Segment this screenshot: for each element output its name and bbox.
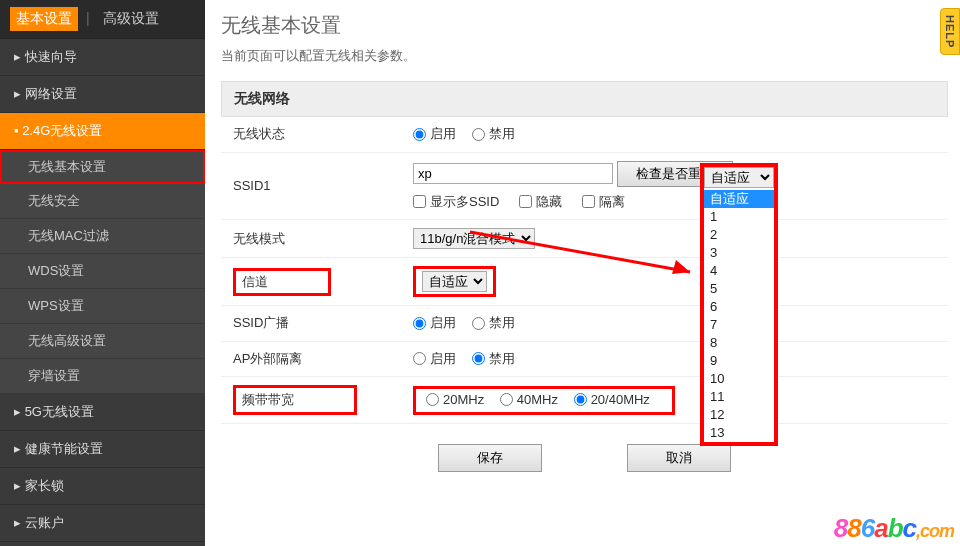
channel-option[interactable]: 11 [704, 388, 774, 406]
tab-advanced[interactable]: 高级设置 [97, 7, 165, 31]
radio-ap-disable[interactable]: 禁用 [472, 350, 515, 368]
sidebar-energy[interactable]: ▸ 健康节能设置 [0, 431, 205, 468]
channel-option[interactable]: 7 [704, 316, 774, 334]
channel-option[interactable]: 2 [704, 226, 774, 244]
sidebar-sub-wps[interactable]: WPS设置 [0, 289, 205, 324]
chk-hidden[interactable]: 隐藏 [519, 193, 562, 211]
radio-bw-20[interactable]: 20MHz [426, 392, 484, 407]
sidebar-sub-wallpenetration[interactable]: 穿墙设置 [0, 359, 205, 394]
radio-ap-enable[interactable]: 启用 [413, 350, 456, 368]
save-button[interactable]: 保存 [438, 444, 542, 472]
sidebar-status[interactable]: ▸ 运行状态 [0, 542, 205, 546]
sidebar-cloud[interactable]: ▸ 云账户 [0, 505, 205, 542]
page-title: 无线基本设置 [221, 12, 948, 39]
channel-dropdown-popup: 自适应 自适应12345678910111213 [700, 163, 778, 446]
mode-select[interactable]: 11b/g/n混合模式 [413, 228, 535, 249]
channel-option[interactable]: 5 [704, 280, 774, 298]
chk-multissid[interactable]: 显示多SSID [413, 193, 499, 211]
sidebar-sub-basic[interactable]: 无线基本设置 [0, 150, 205, 184]
channel-option[interactable]: 1 [704, 208, 774, 226]
sidebar-wireless-5g[interactable]: ▸ 5G无线设置 [0, 394, 205, 431]
settings-tabs: 基本设置 | 高级设置 [0, 0, 205, 39]
sidebar-wireless-24g[interactable]: ▪ 2.4G无线设置 [0, 113, 205, 150]
radio-broadcast-enable[interactable]: 启用 [413, 314, 456, 332]
chk-isolate[interactable]: 隔离 [582, 193, 625, 211]
channel-option[interactable]: 自适应 [704, 190, 774, 208]
sidebar: 基本设置 | 高级设置 ▸ 快速向导 ▸ 网络设置 ▪ 2.4G无线设置 无线基… [0, 0, 205, 546]
section-header: 无线网络 [221, 81, 948, 117]
radio-broadcast-disable[interactable]: 禁用 [472, 314, 515, 332]
radio-bw-2040[interactable]: 20/40MHz [574, 392, 650, 407]
sidebar-sub-security[interactable]: 无线安全 [0, 184, 205, 219]
row-apisolate-label: AP外部隔离 [221, 341, 401, 377]
channel-option[interactable]: 9 [704, 352, 774, 370]
row-channel-label: 信道 [221, 258, 401, 306]
row-bandwidth-label: 频带带宽 [221, 377, 401, 424]
sidebar-parental[interactable]: ▸ 家长锁 [0, 468, 205, 505]
row-broadcast-label: SSID广播 [221, 306, 401, 342]
action-row: 保存 取消 [221, 424, 948, 492]
form-table: 无线状态 启用 禁用 SSID1 检查是否重复 显示多SSID 隐藏 隔离 无线… [221, 117, 948, 424]
channel-option[interactable]: 13 [704, 424, 774, 442]
cancel-button[interactable]: 取消 [627, 444, 731, 472]
channel-popup-select[interactable]: 自适应 [704, 167, 774, 188]
channel-option[interactable]: 6 [704, 298, 774, 316]
channel-option[interactable]: 8 [704, 334, 774, 352]
help-tab[interactable]: HELP [940, 8, 960, 55]
sidebar-network[interactable]: ▸ 网络设置 [0, 76, 205, 113]
channel-select[interactable]: 自适应 [422, 271, 487, 292]
radio-bw-40[interactable]: 40MHz [500, 392, 558, 407]
content: 无线基本设置 当前页面可以配置无线相关参数。 无线网络 无线状态 启用 禁用 S… [205, 0, 960, 492]
radio-status-disable[interactable]: 禁用 [472, 125, 515, 143]
sidebar-sub-macfilter[interactable]: 无线MAC过滤 [0, 219, 205, 254]
row-status-label: 无线状态 [221, 117, 401, 152]
row-mode-label: 无线模式 [221, 220, 401, 258]
tab-separator: | [86, 10, 90, 26]
radio-status-enable[interactable]: 启用 [413, 125, 456, 143]
channel-option[interactable]: 12 [704, 406, 774, 424]
row-ssid1-label: SSID1 [221, 152, 401, 220]
channel-option[interactable]: 4 [704, 262, 774, 280]
page-desc: 当前页面可以配置无线相关参数。 [221, 47, 948, 65]
channel-option[interactable]: 3 [704, 244, 774, 262]
sidebar-quick-wizard[interactable]: ▸ 快速向导 [0, 39, 205, 76]
watermark: 886abc,com [834, 513, 954, 544]
channel-option[interactable]: 10 [704, 370, 774, 388]
sidebar-sub-advanced[interactable]: 无线高级设置 [0, 324, 205, 359]
ssid1-input[interactable] [413, 163, 613, 184]
sidebar-sub-wds[interactable]: WDS设置 [0, 254, 205, 289]
tab-basic[interactable]: 基本设置 [10, 7, 78, 31]
